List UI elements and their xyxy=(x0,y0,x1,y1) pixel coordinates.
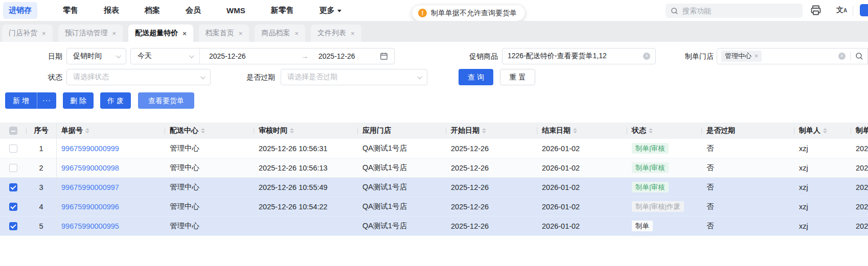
cell-center: 管理中心 xyxy=(165,178,254,197)
query-button[interactable]: 查 询 xyxy=(459,69,493,85)
sort-icon[interactable] xyxy=(649,128,653,133)
status-select[interactable]: 请选择状态 xyxy=(66,69,211,85)
tab-label: 商品档案 xyxy=(261,29,290,38)
nav-item-6[interactable]: 新零售 xyxy=(271,6,294,15)
printer-icon[interactable] xyxy=(810,4,822,16)
column-header-status[interactable]: 状态 xyxy=(627,123,701,139)
doc-link[interactable]: 99675990000996 xyxy=(61,203,119,211)
row-checkbox[interactable] xyxy=(9,164,17,172)
doc-link[interactable]: 99675990000995 xyxy=(61,222,119,230)
table-row[interactable]: 299675990000998管理中心2025-12-26 10:56:13QA… xyxy=(0,158,868,178)
table-row[interactable]: 199675990000999管理中心2025-12-26 10:56:31QA… xyxy=(0,139,868,158)
promo-product-value: 1226-配送特价-查看要货单1,12 xyxy=(508,52,640,61)
clear-icon[interactable]: × xyxy=(643,53,650,60)
store-search-icon[interactable] xyxy=(855,52,863,60)
cell-start_date: 2025-12-26 xyxy=(446,139,537,158)
table-row[interactable]: 399675990000997管理中心2025-12-26 10:55:49QA… xyxy=(0,178,868,197)
row-checkbox[interactable] xyxy=(9,144,17,153)
column-header-end_date[interactable]: 结束日期 xyxy=(537,123,627,139)
start-date-value[interactable]: 2025-12-26 xyxy=(200,52,301,60)
nav-item-label: 报表 xyxy=(104,6,119,15)
sort-icon[interactable] xyxy=(85,128,89,133)
view-demand-orders-button[interactable]: 查看要货单 xyxy=(138,92,194,109)
cell-end_date: 2026-01-02 xyxy=(537,158,627,177)
tab-close-icon[interactable]: × xyxy=(239,30,243,37)
delete-button[interactable]: 删 除 xyxy=(63,92,94,109)
tab-close-icon[interactable]: × xyxy=(182,30,187,37)
cell-status: 制单 xyxy=(627,216,701,235)
nav-item-7[interactable]: 更多 xyxy=(319,6,341,15)
row-checkbox[interactable] xyxy=(9,222,17,230)
sort-icon[interactable] xyxy=(573,128,577,133)
nav-item-5[interactable]: WMS xyxy=(226,6,245,15)
tab-close-icon[interactable]: × xyxy=(42,30,46,37)
end-date-value[interactable]: 2025-12-26 xyxy=(308,52,355,60)
tag-close-icon[interactable]: × xyxy=(755,53,758,60)
nav-item-2[interactable]: 报表 xyxy=(104,6,119,15)
nav-item-0[interactable]: 进销存 xyxy=(3,2,37,19)
void-button[interactable]: 作 废 xyxy=(100,92,131,109)
order-store-input[interactable]: 管理中心 × × xyxy=(717,48,868,64)
date-range-picker[interactable]: 今天 2025-12-26 → 2025-12-26 xyxy=(130,48,395,64)
add-button[interactable]: 新 增 xyxy=(5,92,37,109)
add-more-options-button[interactable]: ··· xyxy=(37,92,56,109)
column-header-created[interactable]: 制单 xyxy=(851,123,868,139)
cell-end_date: 2026-01-02 xyxy=(537,197,627,216)
date-type-select[interactable]: 促销时间 xyxy=(66,48,126,64)
column-header-audit_time[interactable]: 审核时间 xyxy=(254,123,357,139)
cell-creator: xzj xyxy=(794,178,851,197)
cell-check xyxy=(0,139,26,158)
select-all-checkbox[interactable] xyxy=(9,127,17,135)
calendar-icon[interactable] xyxy=(380,52,388,60)
cell-status: 制单|审核 xyxy=(627,158,701,177)
cell-created: 202 xyxy=(851,158,868,177)
column-header-creator[interactable]: 制单人 xyxy=(794,123,851,139)
sort-up-icon xyxy=(290,128,294,130)
search-input[interactable] xyxy=(682,7,797,15)
tab-close-icon[interactable]: × xyxy=(112,30,117,37)
column-header-expired[interactable]: 是否过期 xyxy=(701,123,794,139)
column-header-index[interactable]: 序号 xyxy=(26,123,56,139)
nav-item-4[interactable]: 会员 xyxy=(186,6,201,15)
sort-icon[interactable] xyxy=(201,128,205,133)
tab-4[interactable]: 商品档案× xyxy=(255,25,305,42)
doc-link[interactable]: 99675990000997 xyxy=(61,183,119,191)
column-header-center[interactable]: 配送中心 xyxy=(165,123,254,139)
tab-5[interactable]: 文件列表× xyxy=(311,25,361,42)
tab-0[interactable]: 门店补货× xyxy=(2,25,53,42)
nav-item-1[interactable]: 零售 xyxy=(63,6,78,15)
sort-icon[interactable] xyxy=(823,128,827,133)
column-header-store[interactable]: 应用门店 xyxy=(357,123,446,139)
reset-button[interactable]: 重 置 xyxy=(500,69,535,85)
tab-close-icon[interactable]: × xyxy=(294,30,299,37)
cut-off-nav-icon[interactable] xyxy=(860,4,868,16)
tab-2[interactable]: 配送超量特价× xyxy=(128,25,193,42)
date-preset-select[interactable]: 今天 xyxy=(131,49,200,64)
doc-link[interactable]: 99675990000999 xyxy=(61,144,119,153)
column-label: 序号 xyxy=(34,126,49,135)
clear-icon[interactable]: × xyxy=(838,53,846,60)
function-search-box[interactable] xyxy=(666,4,803,18)
row-checkbox[interactable] xyxy=(9,203,17,211)
table-row[interactable]: 599675990000995管理中心QA测试1号店2025-12-262026… xyxy=(0,216,868,236)
tab-close-icon[interactable]: × xyxy=(351,30,355,37)
expired-select[interactable]: 请选择是否过期 xyxy=(281,69,427,85)
tab-3[interactable]: 档案首页× xyxy=(199,25,249,42)
column-label: 制单 xyxy=(856,126,868,135)
table-row[interactable]: 499675990000996管理中心2025-12-26 10:54:22QA… xyxy=(0,197,868,216)
doc-link[interactable]: 99675990000998 xyxy=(61,164,119,172)
column-header-doc_no[interactable]: 单据号 xyxy=(56,123,165,139)
sort-up-icon xyxy=(573,128,577,130)
column-label: 是否过期 xyxy=(706,126,735,135)
tab-1[interactable]: 预订活动管理× xyxy=(58,25,123,42)
translate-icon[interactable]: 文A xyxy=(836,6,847,15)
nav-item-3[interactable]: 档案 xyxy=(145,6,160,15)
promo-product-input[interactable]: 1226-配送特价-查看要货单1,12 × xyxy=(502,48,656,64)
cell-doc-no: 99675990000997 xyxy=(56,178,165,197)
sort-icon[interactable] xyxy=(482,128,486,133)
sort-icon[interactable] xyxy=(290,128,294,133)
column-label: 应用门店 xyxy=(362,126,391,135)
column-header-start_date[interactable]: 开始日期 xyxy=(446,123,537,139)
cell-created: 202 xyxy=(851,139,868,158)
row-checkbox[interactable] xyxy=(9,183,17,191)
